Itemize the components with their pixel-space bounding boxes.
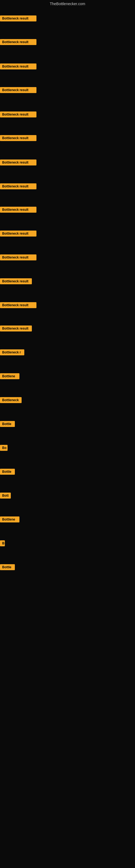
bottleneck-badge-20: Bottle (0, 469, 15, 476)
bottleneck-badge-9: Bottleneck result (0, 207, 37, 214)
bottleneck-badge-label-18: Bottle (0, 421, 15, 427)
bottleneck-badge-15: Bottleneck r (0, 349, 24, 356)
bottleneck-badge-16: Bottlene (0, 373, 19, 380)
bottleneck-badge-19: Bo (0, 445, 8, 452)
bottleneck-badge-label-4: Bottleneck result (0, 87, 37, 93)
bottleneck-badge-7: Bottleneck result (0, 159, 37, 166)
bottleneck-badge-label-22: Bottlene (0, 517, 19, 522)
bottleneck-badge-13: Bottleneck result (0, 302, 37, 309)
bottleneck-badge-label-20: Bottle (0, 469, 15, 475)
bottleneck-badge-label-12: Bottleneck result (0, 278, 32, 284)
bottleneck-badge-23: B (0, 540, 5, 547)
bottleneck-badge-label-2: Bottleneck result (0, 39, 37, 45)
bottleneck-badge-label-13: Bottleneck result (0, 302, 37, 308)
bottleneck-badge-label-15: Bottleneck r (0, 349, 24, 355)
bottleneck-badge-label-6: Bottleneck result (0, 135, 37, 141)
bottleneck-badge-4: Bottleneck result (0, 87, 37, 94)
bottleneck-badge-label-17: Bottleneck (0, 397, 21, 403)
bottleneck-badge-17: Bottleneck (0, 397, 21, 404)
site-title: TheBottlenecker.com (0, 0, 135, 8)
bottleneck-badge-5: Bottleneck result (0, 112, 37, 119)
bottleneck-badge-label-16: Bottlene (0, 373, 19, 379)
bottleneck-badge-24: Bottle (0, 564, 15, 571)
bottleneck-badge-label-10: Bottleneck result (0, 230, 37, 237)
bottleneck-badge-label-8: Bottleneck result (0, 183, 37, 189)
bottleneck-badge-label-5: Bottleneck result (0, 112, 37, 118)
bottleneck-badge-2: Bottleneck result (0, 39, 37, 46)
bottleneck-badge-12: Bottleneck result (0, 278, 32, 285)
bottleneck-badge-10: Bottleneck result (0, 230, 37, 238)
bottleneck-badge-14: Bottleneck result (0, 326, 32, 333)
bottleneck-badge-21: Bott (0, 493, 11, 500)
bottleneck-badge-11: Bottleneck result (0, 254, 37, 261)
bottleneck-badge-label-24: Bottle (0, 564, 15, 570)
bottleneck-badge-8: Bottleneck result (0, 183, 37, 190)
bottleneck-badge-label-3: Bottleneck result (0, 63, 37, 69)
bottleneck-badge-label-14: Bottleneck result (0, 326, 32, 332)
bottleneck-badge-6: Bottleneck result (0, 135, 37, 142)
bottleneck-badge-3: Bottleneck result (0, 63, 37, 70)
bottleneck-badge-label-7: Bottleneck result (0, 159, 37, 165)
bottleneck-badge-label-11: Bottleneck result (0, 254, 37, 260)
bottleneck-badge-18: Bottle (0, 421, 15, 428)
bottleneck-badge-label-1: Bottleneck result (0, 16, 37, 22)
bottleneck-badge-22: Bottlene (0, 517, 19, 524)
bottleneck-badge-label-21: Bott (0, 493, 11, 499)
bottleneck-badge-label-19: Bo (0, 445, 8, 451)
bottleneck-badge-label-9: Bottleneck result (0, 207, 37, 213)
bottleneck-badge-1: Bottleneck result (0, 16, 37, 23)
bottleneck-badge-label-23: B (0, 540, 5, 546)
